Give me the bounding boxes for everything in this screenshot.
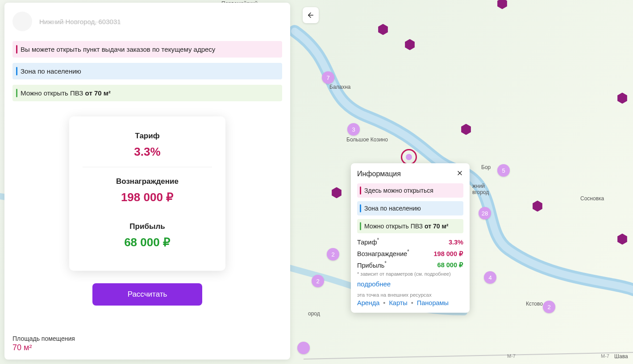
avatar: [12, 12, 32, 31]
notice-text: Зона по населению: [364, 205, 421, 212]
cluster-marker[interactable]: 2: [327, 248, 339, 261]
map-label: ород: [308, 310, 320, 317]
map-label: Кстово: [526, 301, 543, 307]
fine-print: * зависит от параметров (см. подробнее): [357, 271, 463, 277]
back-button[interactable]: [303, 7, 319, 23]
map-label: Большое Козино: [346, 136, 388, 143]
sidebar-panel: Нижний Новгород, 603031 Вы можете открыт…: [4, 3, 290, 360]
hex-marker[interactable]: [533, 201, 542, 212]
row-profit: Прибыль* 68 000 ₽: [357, 260, 463, 269]
svg-marker-0: [497, 0, 507, 9]
hex-marker[interactable]: [617, 234, 627, 245]
popup-close-button[interactable]: [456, 170, 463, 178]
hex-marker[interactable]: [461, 124, 471, 135]
map-label: Балахна: [329, 84, 351, 90]
arrow-left-icon: [307, 11, 315, 19]
map-popup: Информация Здесь можно открыться Зона по…: [351, 163, 470, 313]
external-label: эта точка на внешних ресурсах: [357, 292, 463, 298]
area-footer-label: Площадь помещения: [12, 335, 75, 342]
calculate-button[interactable]: Рассчитать: [92, 283, 202, 306]
cluster-marker[interactable]: 4: [484, 271, 496, 284]
cluster-marker[interactable]: 3: [347, 123, 360, 136]
row-key: Тариф: [357, 239, 377, 246]
external-maps-link[interactable]: Карты: [389, 299, 407, 306]
cluster-marker[interactable]: 2: [543, 301, 555, 313]
row-key: Прибыль: [357, 261, 384, 269]
hex-marker[interactable]: [378, 24, 388, 35]
svg-marker-3: [617, 93, 627, 104]
map-label: жний вгород: [472, 183, 489, 195]
address-text: Нижний Новгород, 603031: [39, 18, 121, 25]
address-header: Нижний Новгород, 603031: [12, 12, 282, 31]
svg-marker-1: [378, 24, 388, 35]
svg-marker-2: [405, 39, 415, 50]
notice-text: Здесь можно открыться: [364, 187, 433, 194]
road-label: М-7: [507, 353, 516, 359]
profit-value: 68 000 ₽: [83, 236, 212, 249]
row-reward: Вознаграждение* 198 000 ₽: [357, 248, 463, 257]
svg-marker-4: [461, 124, 471, 135]
cluster-marker[interactable]: 2: [312, 275, 324, 287]
map-label: Шава: [614, 353, 628, 360]
map-label: Сосновка: [580, 195, 604, 202]
row-key: Вознаграждение: [357, 250, 407, 257]
notice-text: Вы можете открыть пункт выдачи заказов п…: [21, 46, 215, 53]
hex-marker[interactable]: [332, 187, 341, 199]
close-icon: [456, 170, 463, 177]
reward-value: 198 000 ₽: [83, 190, 212, 204]
cluster-marker[interactable]: 28: [479, 207, 491, 219]
map-label: Бор: [481, 164, 491, 170]
notice-zone: Зона по населению: [12, 63, 282, 79]
cluster-marker[interactable]: 5: [497, 164, 510, 177]
cluster-marker[interactable]: [297, 342, 310, 354]
external-links: Аренда • Карты • Панорамы: [357, 299, 463, 306]
hex-marker[interactable]: [405, 39, 415, 50]
hex-marker[interactable]: [497, 0, 507, 9]
area-footer: Площадь помещения 70 м²: [12, 335, 75, 352]
profit-label: Прибыль: [83, 222, 212, 231]
separator-dot: •: [383, 299, 385, 306]
area-footer-value: 70 м²: [12, 343, 75, 352]
hex-marker[interactable]: [617, 93, 627, 104]
external-rent-link[interactable]: Аренда: [357, 299, 379, 306]
notice-open-here: Вы можете открыть пункт выдачи заказов п…: [12, 41, 282, 58]
selected-pin[interactable]: [401, 149, 417, 165]
svg-marker-6: [533, 201, 542, 212]
separator-dot: •: [411, 299, 413, 306]
row-value: 68 000 ₽: [437, 261, 463, 269]
external-pano-link[interactable]: Панорамы: [417, 299, 449, 306]
road-label: М-7: [601, 353, 609, 359]
tariff-value: 3.3%: [83, 145, 212, 159]
notice-text-prefix: Можно открыть ПВЗ: [364, 223, 425, 230]
svg-marker-5: [332, 187, 341, 199]
cluster-marker[interactable]: 7: [322, 71, 334, 84]
summary-card: Тариф 3.3% Вознаграждение 198 000 ₽ Приб…: [69, 116, 225, 271]
notice-text-prefix: Можно открыть ПВЗ: [21, 89, 85, 97]
popup-title: Информация: [357, 170, 401, 178]
svg-marker-7: [617, 234, 627, 245]
notice-text-bold: от 70 м²: [425, 223, 448, 230]
tariff-label: Тариф: [83, 132, 212, 141]
notice-text-bold: от 70 м²: [85, 89, 111, 97]
popup-notice-open: Здесь можно открыться: [357, 183, 463, 198]
details-link[interactable]: подробнее: [357, 280, 391, 288]
popup-notice-area: Можно открыть ПВЗ от 70 м²: [357, 219, 463, 233]
notice-text: Зона по населению: [21, 67, 81, 75]
reward-label: Вознаграждение: [83, 177, 212, 186]
row-value: 3.3%: [449, 239, 463, 246]
notice-area: Можно открыть ПВЗ от 70 м²: [12, 85, 282, 101]
row-tariff: Тариф* 3.3%: [357, 237, 463, 246]
popup-notice-zone: Зона по населению: [357, 201, 463, 215]
row-value: 198 000 ₽: [434, 250, 463, 257]
